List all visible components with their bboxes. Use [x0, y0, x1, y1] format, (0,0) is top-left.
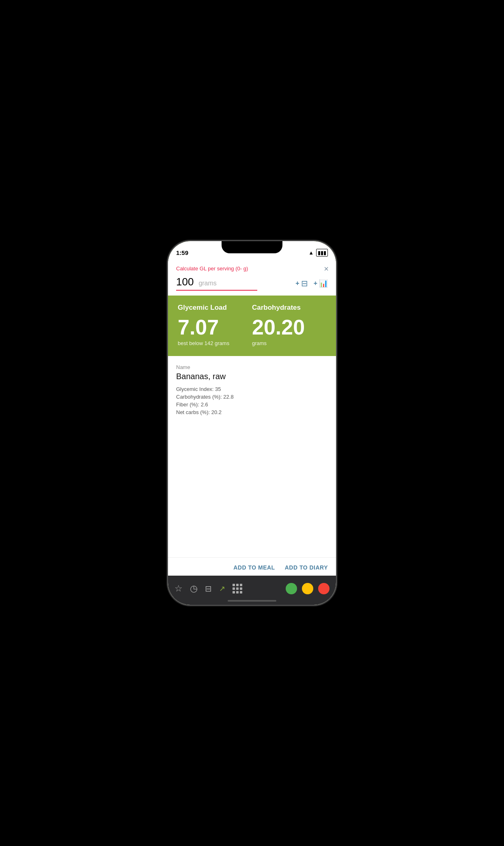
nav-left: ☆ ◷ ⊟ ↗	[174, 583, 242, 594]
notch	[222, 241, 282, 253]
food-info: Name Bananas, raw Glycemic Index: 35 Car…	[168, 356, 336, 557]
serving-unit: grams	[198, 280, 216, 287]
toolbar-icons: + ⊟ + 📊	[295, 278, 328, 288]
close-button[interactable]: ×	[324, 265, 329, 273]
grid-nav-icon[interactable]	[233, 584, 242, 593]
fiber-detail: Fiber (%): 2.6	[176, 401, 328, 408]
plus-icon-2: +	[314, 280, 317, 287]
traffic-lights	[286, 583, 330, 594]
carbohydrates-label: Carbohydrates	[252, 304, 326, 312]
green-light[interactable]	[286, 583, 297, 594]
wifi-icon: ▲	[308, 250, 314, 256]
chart-icon: 📊	[319, 279, 328, 288]
home-indicator	[228, 600, 276, 602]
net-carbs-detail: Net carbs (%): 20.2	[176, 409, 328, 415]
battery-icon: ▮▮▮	[316, 249, 328, 257]
calc-nav-icon[interactable]: ⊟	[205, 584, 212, 593]
plus-icon-1: +	[295, 280, 299, 287]
food-name-label: Name	[176, 364, 328, 370]
chart-nav-icon[interactable]: ↗	[219, 584, 225, 593]
favorites-icon[interactable]: ☆	[174, 583, 183, 594]
status-time: 1:59	[176, 249, 188, 256]
glycemic-index-detail: Glycemic Index: 35	[176, 386, 328, 392]
serving-input-group: 100 grams	[176, 276, 257, 291]
add-diary-tool[interactable]: + 📊	[314, 279, 328, 288]
calculator-icon: ⊟	[301, 278, 308, 288]
serving-value[interactable]: 100	[176, 276, 194, 288]
calc-label: Calculate GL per serving (0- g)	[176, 265, 328, 272]
carbohydrates-detail: Carbohydrates (%): 22.8	[176, 394, 328, 400]
carbohydrates-sub: grams	[252, 340, 326, 346]
glycemic-load-sub: best below 142 grams	[178, 340, 252, 346]
modal: × Calculate GL per serving (0- g) 100 gr…	[168, 259, 336, 605]
add-to-meal-button[interactable]: ADD TO MEAL	[233, 564, 275, 571]
carbohydrates-value: 20.20	[252, 317, 326, 338]
yellow-light[interactable]	[302, 583, 313, 594]
add-meal-tool[interactable]: + ⊟	[295, 278, 308, 288]
red-light[interactable]	[318, 583, 330, 594]
glycemic-load-col: Glycemic Load 7.07 best below 142 grams	[178, 304, 252, 346]
food-name: Bananas, raw	[176, 372, 328, 381]
history-icon[interactable]: ◷	[190, 583, 198, 594]
add-to-diary-button[interactable]: ADD TO DIARY	[285, 564, 328, 571]
carbohydrates-col: Carbohydrates 20.20 grams	[252, 304, 326, 346]
glycemic-load-label: Glycemic Load	[178, 304, 252, 312]
status-icons: ▲ ▮▮▮	[308, 249, 328, 257]
modal-header: × Calculate GL per serving (0- g) 100 gr…	[168, 259, 336, 296]
glycemic-load-value: 7.07	[178, 317, 252, 338]
stats-section: Glycemic Load 7.07 best below 142 grams …	[168, 296, 336, 356]
action-bar: ADD TO MEAL ADD TO DIARY	[168, 557, 336, 576]
serving-row: 100 grams + ⊟ + 📊	[176, 276, 328, 291]
